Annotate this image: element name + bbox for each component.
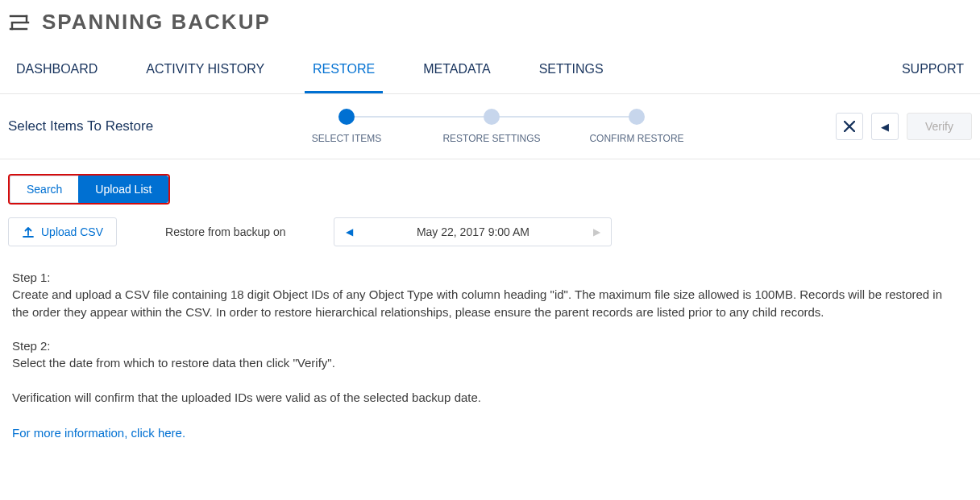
verification-text: Verification will confirm that the uploa… [12,389,947,407]
step-dot-icon [484,109,500,125]
tab-support[interactable]: SUPPORT [894,46,972,93]
page-title: Select Items To Restore [8,118,290,134]
subheader-actions: ◀ Verify [836,113,972,140]
date-prev-button[interactable]: ◀ [334,218,363,246]
tab-restore[interactable]: RESTORE [305,46,383,93]
spanning-logo-icon [8,12,31,33]
search-tab-button[interactable]: Search [10,176,78,203]
verify-button[interactable]: Verify [907,113,972,140]
step2-heading: Step 2: [12,339,947,353]
backup-date-picker: ◀ May 22, 2017 9:00 AM ▶ [334,217,612,246]
tab-settings[interactable]: SETTINGS [531,46,612,93]
restore-from-label: Restore from backup on [165,225,285,238]
header: SPANNING BACKUP [0,0,980,46]
step-restore-settings: RESTORE SETTINGS [435,109,548,144]
chevron-left-icon: ◀ [881,121,889,133]
step-dot-icon [629,109,645,125]
chevron-left-icon: ◀ [346,226,353,238]
close-button[interactable] [836,113,863,140]
tab-activity-history[interactable]: ACTIVITY HISTORY [138,46,272,93]
step-confirm-restore: CONFIRM RESTORE [580,109,693,144]
mode-toggle-group: Search Upload List [8,174,170,205]
step1-heading: Step 1: [12,271,947,284]
backup-date-value[interactable]: May 22, 2017 9:00 AM [363,218,582,246]
upload-list-tab-button[interactable]: Upload List [78,176,168,203]
tab-dashboard[interactable]: DASHBOARD [8,46,106,93]
step-label-3: CONFIRM RESTORE [589,133,683,144]
upload-row: Upload CSV Restore from backup on ◀ May … [8,217,972,246]
step-label-1: SELECT ITEMS [312,133,381,144]
upload-icon [22,225,35,238]
subheader: Select Items To Restore SELECT ITEMS RES… [0,94,980,159]
step1-text: Create and upload a CSV file containing … [12,286,947,321]
step-label-2: RESTORE SETTINGS [442,133,540,144]
content: Search Upload List Upload CSV Restore fr… [0,159,980,474]
step2-text: Select the date from which to restore da… [12,354,947,372]
more-info-link[interactable]: For more information, click here. [12,424,947,442]
close-icon [844,121,855,132]
chevron-right-icon: ▶ [593,226,600,238]
date-next-button[interactable]: ▶ [582,218,611,246]
back-button[interactable]: ◀ [871,113,899,140]
upload-csv-button[interactable]: Upload CSV [8,217,117,246]
wizard-stepper: SELECT ITEMS RESTORE SETTINGS CONFIRM RE… [290,109,693,144]
instructions: Step 1: Create and upload a CSV file con… [8,246,951,442]
mode-toggle-row: Search Upload List [8,174,972,205]
step-select-items: SELECT ITEMS [290,109,403,144]
main-tabs: DASHBOARD ACTIVITY HISTORY RESTORE METAD… [0,46,980,94]
upload-csv-label: Upload CSV [41,225,103,238]
brand-title: SPANNING BACKUP [42,10,271,35]
tab-metadata[interactable]: METADATA [415,46,499,93]
step-dot-active-icon [338,109,355,125]
